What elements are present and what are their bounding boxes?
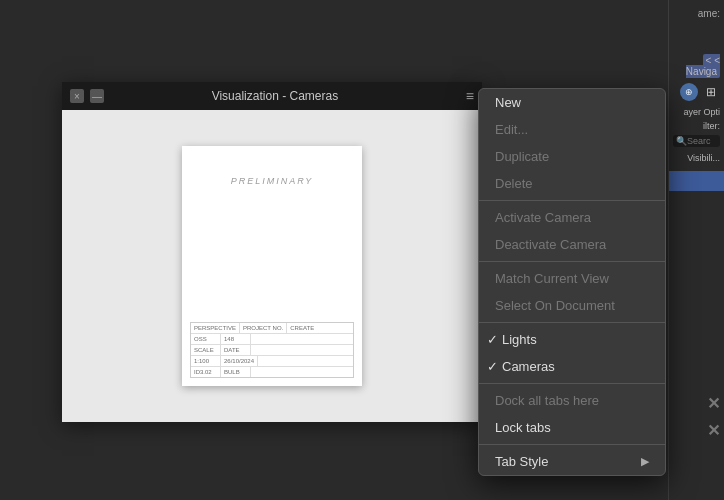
- highlight-bar: [669, 171, 724, 191]
- window-title: Visualization - Cameras: [110, 89, 440, 103]
- layer-options-label: ayer Opti: [669, 105, 724, 119]
- table-cell: OSS: [191, 334, 221, 344]
- submenu-arrow-icon: ▶: [641, 455, 649, 468]
- document-table: PERSPECTIVE PROJECT NO. CREATE OSS 148 S…: [190, 322, 354, 378]
- table-cell: [258, 356, 288, 366]
- document-page: PRELIMINARY PERSPECTIVE PROJECT NO. CREA…: [182, 146, 362, 386]
- table-cell: DATE: [221, 345, 251, 355]
- table-cell: PROJECT NO.: [240, 323, 287, 333]
- document-window: × — Visualization - Cameras ≡ PRELIMINAR…: [62, 82, 482, 422]
- menu-item-edit: Edit...: [479, 116, 665, 143]
- window-content: PRELIMINARY PERSPECTIVE PROJECT NO. CREA…: [62, 110, 482, 422]
- window-titlebar: × — Visualization - Cameras ≡: [62, 82, 482, 110]
- layer-icon[interactable]: ⊕: [680, 83, 698, 101]
- menu-item-dock-all-tabs: Dock all tabs here: [479, 387, 665, 414]
- right-panel-name-label: ame:: [669, 0, 724, 19]
- context-menu: New Edit... Duplicate Delete Activate Ca…: [478, 88, 666, 476]
- table-row: PERSPECTIVE PROJECT NO. CREATE: [191, 323, 353, 334]
- search-row: 🔍: [673, 135, 720, 147]
- table-cell: 1:100: [191, 356, 221, 366]
- menu-item-new[interactable]: New: [479, 89, 665, 116]
- table-cell: BULB: [221, 367, 251, 377]
- window-menu-button[interactable]: ≡: [466, 88, 474, 104]
- table-cell: [251, 367, 281, 377]
- table-cell: 26/10/2024: [221, 356, 258, 366]
- filter-label: ilter:: [669, 119, 724, 133]
- table-row: SCALE DATE: [191, 345, 353, 356]
- visibility-label: Visibili...: [669, 149, 724, 167]
- table-cell: CREATE: [287, 323, 317, 333]
- close-buttons: ✕ ✕: [707, 394, 720, 440]
- table-cell: SCALE: [191, 345, 221, 355]
- menu-item-match-current-view: Match Current View: [479, 265, 665, 292]
- menu-item-activate-camera: Activate Camera: [479, 204, 665, 231]
- window-close-button[interactable]: ×: [70, 89, 84, 103]
- stack-icon[interactable]: ⊞: [702, 83, 720, 101]
- table-cell: [251, 345, 281, 355]
- menu-separator-1: [479, 200, 665, 201]
- close-button-1[interactable]: ✕: [707, 394, 720, 413]
- table-row: 1:100 26/10/2024: [191, 356, 353, 367]
- menu-separator-2: [479, 261, 665, 262]
- close-button-2[interactable]: ✕: [707, 421, 720, 440]
- menu-item-select-on-document: Select On Document: [479, 292, 665, 319]
- table-cell: [251, 334, 281, 344]
- menu-item-cameras[interactable]: ✓ Cameras: [479, 353, 665, 380]
- menu-item-delete: Delete: [479, 170, 665, 197]
- table-row: OSS 148: [191, 334, 353, 345]
- search-input[interactable]: [687, 136, 717, 146]
- cameras-checkmark: ✓: [487, 359, 498, 374]
- menu-separator-3: [479, 322, 665, 323]
- menu-item-tab-style[interactable]: Tab Style ▶: [479, 448, 665, 475]
- table-row: ID3.02 BULB: [191, 367, 353, 377]
- navigate-label: < < Naviga: [669, 19, 724, 77]
- menu-separator-4: [479, 383, 665, 384]
- window-minimize-button[interactable]: —: [90, 89, 104, 103]
- navigate-button[interactable]: < < Naviga: [686, 54, 720, 78]
- menu-item-lights[interactable]: ✓ Lights: [479, 326, 665, 353]
- menu-separator-5: [479, 444, 665, 445]
- lights-checkmark: ✓: [487, 332, 498, 347]
- table-cell: 148: [221, 334, 251, 344]
- right-panel: ame: < < Naviga ⊕ ⊞ ayer Opti ilter: 🔍 V…: [668, 0, 724, 500]
- layer-icons-row: ⊕ ⊞: [669, 79, 724, 105]
- preliminary-stamp: PRELIMINARY: [182, 146, 362, 190]
- menu-item-deactivate-camera: Deactivate Camera: [479, 231, 665, 258]
- menu-item-duplicate: Duplicate: [479, 143, 665, 170]
- table-cell: ID3.02: [191, 367, 221, 377]
- search-icon: 🔍: [676, 136, 687, 146]
- table-cell: PERSPECTIVE: [191, 323, 240, 333]
- menu-item-lock-tabs[interactable]: Lock tabs: [479, 414, 665, 441]
